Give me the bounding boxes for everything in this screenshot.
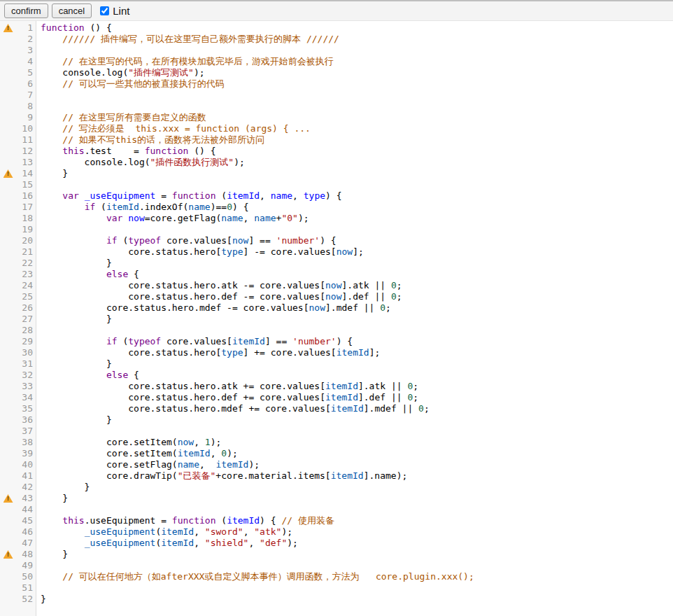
code-line[interactable]: 50 // 可以在任何地方（如afterXXX或自定义脚本事件）调用函数，方法为… [0,571,673,582]
line-number: 48 [16,549,36,560]
warning-icon[interactable]: ! [3,169,13,178]
code-line[interactable]: 31 } [0,358,673,370]
code-line[interactable]: 45 this.useEquipment = function (itemId)… [0,515,673,526]
line-number: 1 [16,22,36,34]
code-line[interactable]: 32 else { [0,370,673,381]
code-line[interactable]: 38 core.setItem(now, 1); [0,437,673,448]
code-lines: !1function () {2 ////// 插件编写，可以在这里写自己额外需… [0,21,673,605]
lint-toggle[interactable]: Lint [100,5,129,17]
code-line[interactable]: 10 // 写法必须是 this.xxx = function (args) {… [0,123,673,134]
code-text: core.setFlag(name, itemId); [36,459,260,470]
code-line[interactable]: 12 this.test = function () { [0,146,673,157]
code-line[interactable]: 23 else { [0,269,673,280]
code-text: } [36,594,46,605]
code-line[interactable]: 49 [0,560,673,571]
code-line[interactable]: 7 [0,90,673,101]
code-text: _useEquipment(itemId, "shield", "def"); [36,538,298,549]
code-line[interactable]: 11 // 如果不写this的话，函数将无法被外部所访问 [0,134,673,146]
code-text: else { [36,269,139,280]
line-number: 7 [16,90,36,101]
code-line[interactable]: 17 if (itemId.indexOf(name)==0) { [0,202,673,213]
lint-checkbox[interactable] [100,6,109,15]
code-editor[interactable]: !1function () {2 ////// 插件编写，可以在这里写自己额外需… [0,21,673,616]
line-number: 15 [16,179,36,190]
code-text: // 在这里写的代码，在所有模块加载完毕后，游戏开始前会被执行 [36,56,334,67]
lint-marker-cell: ! [0,494,16,503]
line-number: 4 [16,56,36,67]
line-number: 27 [16,314,36,325]
code-line[interactable]: 37 [0,426,673,437]
code-text: console.log("插件函数执行测试"); [36,157,245,168]
code-line[interactable]: 52} [0,594,673,605]
code-line[interactable]: 21 core.status.hero[type] -= core.values… [0,246,673,258]
code-line[interactable]: !43 } [0,493,673,504]
code-line[interactable]: 26 core.status.hero.mdef -= core.values[… [0,302,673,314]
line-number: 25 [16,291,36,302]
code-text: core.status.hero.mdef += core.values[ite… [36,403,430,414]
code-text: // 在这里写所有需要自定义的函数 [36,112,206,123]
code-text: core.status.hero.atk -= core.values[now]… [36,280,402,291]
line-number: 36 [16,414,36,426]
code-line[interactable]: !48 } [0,549,673,560]
code-text: if (typeof core.values[now] == 'number')… [36,235,336,246]
code-line[interactable]: 9 // 在这里写所有需要自定义的函数 [0,112,673,123]
code-line[interactable]: 3 [0,45,673,56]
code-line[interactable]: 25 core.status.hero.def -= core.values[n… [0,291,673,302]
code-line[interactable]: 30 core.status.hero[type] += core.values… [0,347,673,358]
code-line[interactable]: 33 core.status.hero.atk += core.values[i… [0,381,673,392]
line-number: 28 [16,325,36,336]
code-line[interactable]: 35 core.status.hero.mdef += core.values[… [0,403,673,414]
code-line[interactable]: 44 [0,504,673,515]
code-text: } [36,258,112,269]
line-number: 3 [16,45,36,56]
code-line[interactable]: 2 ////// 插件编写，可以在这里写自己额外需要执行的脚本 ////// [0,34,673,45]
code-line[interactable]: 13 console.log("插件函数执行测试"); [0,157,673,168]
warning-icon[interactable]: ! [3,494,13,503]
code-line[interactable]: 51 [0,582,673,594]
lint-marker-cell: ! [0,550,16,559]
code-line[interactable]: 36 } [0,414,673,426]
code-text: var _useEquipment = function (itemId, na… [36,190,342,202]
code-line[interactable]: 29 if (typeof core.values[itemId] == 'nu… [0,336,673,347]
code-line[interactable]: 39 core.setItem(itemId, 0); [0,448,673,459]
line-number: 50 [16,571,36,582]
code-line[interactable]: 8 [0,101,673,112]
line-number: 6 [16,78,36,90]
code-text: _useEquipment(itemId, "sword", "atk"); [36,526,292,538]
code-line[interactable]: 19 [0,224,673,235]
code-line[interactable]: 15 [0,179,673,190]
code-line[interactable]: !1function () { [0,22,673,34]
line-number: 21 [16,246,36,258]
warning-icon[interactable]: ! [3,24,13,32]
line-number: 16 [16,190,36,202]
code-line[interactable]: 42 } [0,482,673,493]
code-line[interactable]: !14 } [0,168,673,179]
line-number: 26 [16,302,36,314]
code-line[interactable]: 41 core.drawTip("已装备"+core.material.item… [0,470,673,482]
code-line[interactable]: 24 core.status.hero.atk -= core.values[n… [0,280,673,291]
code-text: else { [36,370,139,381]
code-line[interactable]: 5 console.log("插件编写测试"); [0,67,673,78]
confirm-button[interactable]: confirm [4,4,48,18]
code-line[interactable]: 27 } [0,314,673,325]
code-line[interactable]: 20 if (typeof core.values[now] == 'numbe… [0,235,673,246]
code-line[interactable]: 28 [0,325,673,336]
code-line[interactable]: 6 // 可以写一些其他的被直接执行的代码 [0,78,673,90]
line-number: 40 [16,459,36,470]
code-text: } [36,549,68,560]
code-line[interactable]: 34 core.status.hero.def += core.values[i… [0,392,673,403]
line-number: 9 [16,112,36,123]
code-line[interactable]: 47 _useEquipment(itemId, "shield", "def"… [0,538,673,549]
code-line[interactable]: 22 } [0,258,673,269]
code-line[interactable]: 18 var now=core.getFlag(name, name+"0"); [0,213,673,224]
code-text: core.status.hero.atk += core.values[item… [36,381,418,392]
code-line[interactable]: 46 _useEquipment(itemId, "sword", "atk")… [0,526,673,538]
line-number: 10 [16,123,36,134]
code-line[interactable]: 16 var _useEquipment = function (itemId,… [0,190,673,202]
line-number: 45 [16,515,36,526]
code-line[interactable]: 4 // 在这里写的代码，在所有模块加载完毕后，游戏开始前会被执行 [0,56,673,67]
code-line[interactable]: 40 core.setFlag(name, itemId); [0,459,673,470]
warning-icon[interactable]: ! [3,550,13,559]
cancel-button[interactable]: cancel [52,4,92,18]
code-text: } [36,314,112,325]
